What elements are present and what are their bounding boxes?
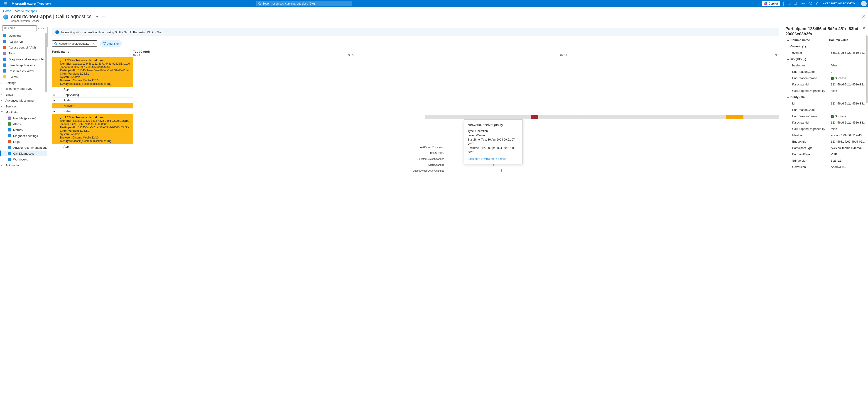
event-marker[interactable] <box>501 169 502 172</box>
sidebar-item-label: Alerts <box>13 123 21 126</box>
sidebar-item-diagnose-and-solve-problems[interactable]: Diagnose and solve problems <box>0 56 47 62</box>
sidebar-item-activity-log[interactable]: Activity log <box>0 39 47 44</box>
svg-rect-32 <box>60 116 63 118</box>
group-row-network[interactable]: Network <box>52 103 133 109</box>
playhead[interactable] <box>577 57 578 418</box>
svg-text:?: ? <box>810 2 811 5</box>
sidebar-item-label: Sample applications <box>9 64 35 67</box>
group-row-app[interactable]: App <box>52 144 133 149</box>
svg-rect-12 <box>3 64 6 67</box>
sidebar-item-automation[interactable]: Automation <box>0 162 47 168</box>
sidebar-item-insights-preview-[interactable]: Insights (preview) <box>0 115 47 121</box>
svg-rect-21 <box>8 116 11 120</box>
sidebar-item-email[interactable]: Email <box>0 92 47 98</box>
chevron-right-icon[interactable]: ▶ <box>54 110 55 112</box>
sidebar-item-call-diagnostics[interactable]: Call Diagnostics <box>0 150 47 156</box>
sidebar-item-workbooks[interactable]: Workbooks <box>0 156 47 162</box>
details-section-header[interactable]: ⌄General (1) <box>785 43 866 50</box>
details-header-row: ⌄ Column name Column value <box>785 37 866 43</box>
chat-icon <box>60 59 63 62</box>
sidebar-item-alerts[interactable]: Alerts <box>0 121 47 127</box>
sidebar-item-sample-applications[interactable]: Sample applications <box>0 62 47 68</box>
expand-icon[interactable]: ⟷ <box>38 27 42 30</box>
sidebar-item-label: Call Diagnostics <box>13 152 34 155</box>
crumb-current[interactable]: corertc-test-apps <box>15 9 37 13</box>
details-section-header[interactable]: ⌄Entity (16) <box>785 94 866 100</box>
group-row-appsharing[interactable]: ▶AppSharing <box>52 92 133 98</box>
chevron-right-icon[interactable]: ▶ <box>54 94 55 96</box>
timeline-date: Tue 30 April <box>133 50 781 54</box>
sidebar-item-advanced-messaging[interactable]: Advanced Messaging <box>0 98 47 103</box>
close-blade-button[interactable] <box>862 13 865 18</box>
quality-bar[interactable] <box>425 115 779 119</box>
sidebar-item-metrics[interactable]: Metrics <box>0 127 47 133</box>
copilot-button[interactable]: Copilot <box>762 1 780 6</box>
brand-label: Microsoft Azure (Preview) <box>11 2 51 5</box>
participant-block[interactable]: ▼ACS as Teams external userIdentifier: a… <box>52 114 133 144</box>
sidebar-search-input[interactable] <box>6 27 35 30</box>
chevron-down-icon[interactable]: ⌄ <box>785 38 790 42</box>
tooltip-details-link[interactable]: Click here to view more details <box>468 157 519 161</box>
nav-item-icon <box>3 58 6 61</box>
sidebar-item-access-control-iam-[interactable]: Access control (IAM) <box>0 44 47 50</box>
group-row-audio[interactable]: ▶Audio <box>52 98 133 103</box>
sidebar-item-telephony-and-sms[interactable]: Telephony and SMS <box>0 86 47 92</box>
participant-block[interactable]: ▼ACS as Teams external userIdentifier: a… <box>52 57 133 87</box>
nav-item-icon <box>3 46 6 49</box>
account-label[interactable]: MICROSOFT (MICROSOFT.ONMI... <box>821 2 860 5</box>
filter-input[interactable]: NetworkReceiveQuality ✕ <box>52 40 97 47</box>
details-row: hasIssuesfalse <box>785 62 866 69</box>
group-row-video[interactable]: ▶Video <box>52 109 133 114</box>
global-search[interactable]: Search resources, services, and docs (G+… <box>256 1 352 6</box>
close-details-button[interactable] <box>863 27 865 30</box>
chat-icon <box>60 116 63 119</box>
nav-item-icon <box>3 34 6 37</box>
details-row: id123456ad-5d2c-451e-83... <box>785 100 866 107</box>
sidebar-item-diagnostic-settings[interactable]: Diagnostic settings <box>0 133 47 139</box>
participant-field: Browser: Chrome Mobile 124.0 <box>60 79 131 82</box>
nav-item-icon <box>8 146 11 149</box>
cloud-shell-button[interactable] <box>785 0 792 7</box>
svg-rect-13 <box>3 69 6 73</box>
divider <box>783 2 784 6</box>
svg-rect-26 <box>8 146 11 149</box>
sidebar-item-settings[interactable]: Settings <box>0 80 47 86</box>
participant-title: ACS as Teams external user <box>60 59 131 62</box>
feedback-button[interactable] <box>814 0 821 7</box>
chevron-down-icon[interactable]: ⌄ <box>785 45 790 48</box>
details-scrollbar[interactable] <box>866 35 868 103</box>
favorite-star[interactable]: ★ <box>96 15 99 19</box>
notifications-button[interactable] <box>792 0 800 7</box>
more-actions[interactable]: ⋯ <box>102 15 105 19</box>
event-marker[interactable] <box>521 169 521 172</box>
sidebar-item-overview[interactable]: Overview <box>0 33 47 39</box>
sidebar-item-tags[interactable]: Tags <box>0 50 47 56</box>
sidebar-item-logs[interactable]: Logs <box>0 139 47 145</box>
svg-point-5 <box>816 2 818 4</box>
crumb-home[interactable]: Home <box>3 9 11 13</box>
menu-button[interactable] <box>0 2 11 5</box>
chevron-right-icon[interactable]: ▶ <box>54 99 55 102</box>
details-section-header[interactable]: ⌄Insights (5) <box>785 56 866 62</box>
chevron-down-icon[interactable]: ⌄ <box>785 57 790 61</box>
details-row: ParticipantId123456ad-5d2c-451e-83... <box>785 119 866 126</box>
add-filter-button[interactable]: Add filter <box>100 40 122 47</box>
sidebar-item-events[interactable]: Events <box>0 74 47 80</box>
help-button[interactable]: ? <box>807 0 814 7</box>
sidebar-scrollbar[interactable] <box>45 33 47 92</box>
group-row-app[interactable]: App <box>52 87 133 92</box>
sidebar-item-monitoring[interactable]: Monitoring <box>0 109 47 115</box>
clear-filter-button[interactable]: ✕ <box>93 42 95 45</box>
tooltip-title: NetworkReceiveQuality <box>468 123 519 127</box>
sidebar-item-resource-visualizer[interactable]: Resource visualizer <box>0 68 47 74</box>
details-row: eventId556037ad-5d2c-451e-83... <box>785 50 866 56</box>
svg-rect-23 <box>8 128 11 132</box>
svg-point-6 <box>4 27 6 29</box>
sidebar-item-services[interactable]: Services <box>0 103 47 109</box>
sidebar-search[interactable] <box>2 25 37 31</box>
collapse-sidebar-button[interactable]: « <box>43 27 44 30</box>
chevron-down-icon[interactable]: ⌄ <box>785 96 790 99</box>
avatar[interactable] <box>861 1 867 6</box>
sidebar-item-advisor-recommendations[interactable]: Advisor recommendations <box>0 145 47 150</box>
settings-button[interactable] <box>800 0 807 7</box>
